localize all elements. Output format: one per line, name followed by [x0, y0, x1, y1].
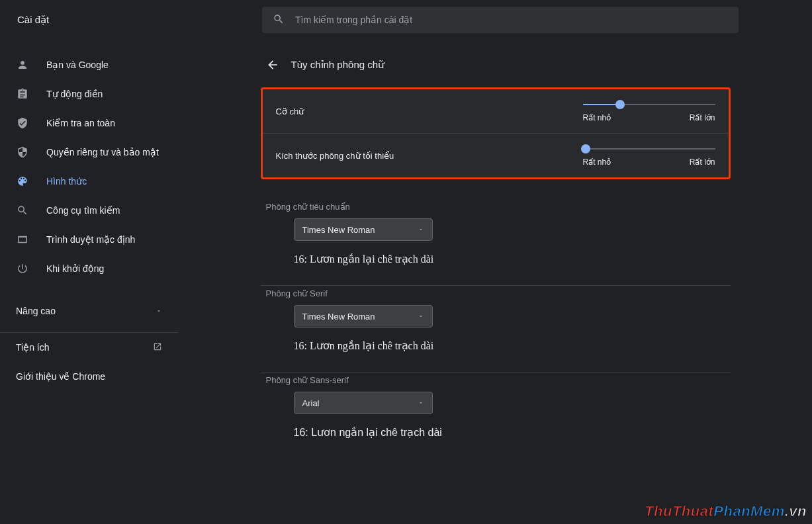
- min-font-size-row: Kích thước phông chữ tối thiểu Rất nhỏ R…: [263, 134, 729, 177]
- app-title: Cài đặt: [11, 14, 236, 26]
- main-content: Tùy chỉnh phông chữ Cỡ chữ Rất nh: [179, 40, 812, 524]
- sidebar-extensions-label: Tiện ích: [16, 342, 50, 353]
- search-field[interactable]: [262, 7, 739, 33]
- sidebar-item-label: Tự động điền: [46, 89, 103, 99]
- sidebar-advanced[interactable]: Nâng cao: [0, 296, 178, 326]
- slider-thumb[interactable]: [581, 144, 590, 153]
- shield-check-icon: [16, 116, 29, 130]
- sidebar-item-privacy[interactable]: Quyền riêng tư và bảo mật: [0, 138, 178, 167]
- chevron-down-icon: [418, 225, 424, 235]
- shield-icon: [16, 146, 29, 159]
- serif-font-block: Phông chữ Serif Times New Roman 16: Lươn…: [261, 285, 731, 368]
- font-size-label: Cỡ chữ: [276, 107, 304, 116]
- sidebar-item-label: Khi khởi động: [46, 263, 104, 274]
- sidebar-extensions[interactable]: Tiện ích: [0, 333, 178, 362]
- sidebar-item-label: Quyền riêng tư và bảo mật: [46, 147, 159, 157]
- sidebar-item-label: Hình thức: [46, 176, 87, 187]
- font-size-slider[interactable]: [583, 100, 715, 109]
- search-icon: [273, 13, 285, 27]
- magnifier-icon: [16, 204, 29, 217]
- standard-font-dropdown[interactable]: Times New Roman: [294, 218, 433, 241]
- slider-card: Cỡ chữ Rất nhỏ Rất lớn: [261, 87, 731, 179]
- chevron-down-icon: [418, 312, 424, 322]
- external-link-icon: [153, 342, 162, 353]
- sidebar-item-startup[interactable]: Khi khởi động: [0, 254, 178, 283]
- standard-font-title: Phông chữ tiêu chuẩn: [261, 202, 731, 218]
- slider-max-label: Rất lớn: [690, 157, 715, 167]
- dropdown-value: Arial: [302, 398, 320, 408]
- slider-max-label: Rất lớn: [690, 113, 715, 122]
- dropdown-value: Times New Roman: [302, 225, 375, 235]
- font-size-row: Cỡ chữ Rất nhỏ Rất lớn: [263, 89, 729, 134]
- search-input[interactable]: [295, 15, 728, 25]
- sidebar-item-search-engine[interactable]: Công cụ tìm kiếm: [0, 196, 178, 225]
- chevron-down-icon: [156, 306, 162, 316]
- sidebar-item-safety[interactable]: Kiểm tra an toàn: [0, 109, 178, 138]
- back-button[interactable]: [266, 58, 279, 71]
- slider-min-label: Rất nhỏ: [583, 113, 611, 122]
- palette-icon: [16, 175, 29, 188]
- min-font-size-label: Kích thước phông chữ tối thiểu: [276, 151, 394, 161]
- sidebar-item-label: Công cụ tìm kiếm: [46, 205, 120, 216]
- sidebar-item-label: Bạn và Google: [46, 60, 109, 70]
- sans-font-preview: 16: Lươn ngắn lại chê trạch dài: [294, 426, 731, 439]
- page-title: Tùy chỉnh phông chữ: [291, 59, 385, 71]
- sidebar-item-appearance[interactable]: Hình thức: [0, 167, 178, 196]
- sidebar: Bạn và Google Tự động điền Kiểm tra an t…: [0, 40, 179, 524]
- slider-min-label: Rất nhỏ: [583, 157, 611, 167]
- sans-font-block: Phông chữ Sans-serif Arial 16: Lươn ngắn…: [261, 372, 731, 455]
- power-icon: [16, 262, 29, 275]
- clipboard-icon: [16, 87, 29, 101]
- standard-font-preview: 16: Lươn ngắn lại chê trạch dài: [294, 253, 731, 265]
- slider-thumb[interactable]: [615, 100, 625, 109]
- sans-font-dropdown[interactable]: Arial: [294, 392, 433, 414]
- serif-font-preview: 16: Lươn ngắn lại chê trạch dài: [294, 339, 731, 352]
- serif-font-title: Phông chữ Serif: [261, 288, 731, 305]
- sidebar-item-you-and-google[interactable]: Bạn và Google: [0, 50, 178, 79]
- sidebar-item-autofill[interactable]: Tự động điền: [0, 79, 178, 109]
- sans-font-title: Phông chữ Sans-serif: [261, 375, 731, 392]
- serif-font-dropdown[interactable]: Times New Roman: [294, 305, 433, 328]
- sidebar-about-label: Giới thiệu về Chrome: [16, 371, 105, 382]
- chevron-down-icon: [418, 398, 424, 408]
- person-icon: [16, 58, 29, 71]
- browser-icon: [16, 233, 29, 246]
- sidebar-item-label: Trình duyệt mặc định: [46, 234, 135, 245]
- sidebar-item-label: Kiểm tra an toàn: [46, 118, 115, 128]
- sidebar-item-default-browser[interactable]: Trình duyệt mặc định: [0, 225, 178, 254]
- standard-font-block: Phông chữ tiêu chuẩn Times New Roman 16:…: [261, 199, 731, 281]
- dropdown-value: Times New Roman: [302, 312, 375, 322]
- sidebar-advanced-label: Nâng cao: [16, 306, 56, 316]
- sidebar-about[interactable]: Giới thiệu về Chrome: [0, 362, 178, 391]
- min-font-size-slider[interactable]: [583, 144, 715, 153]
